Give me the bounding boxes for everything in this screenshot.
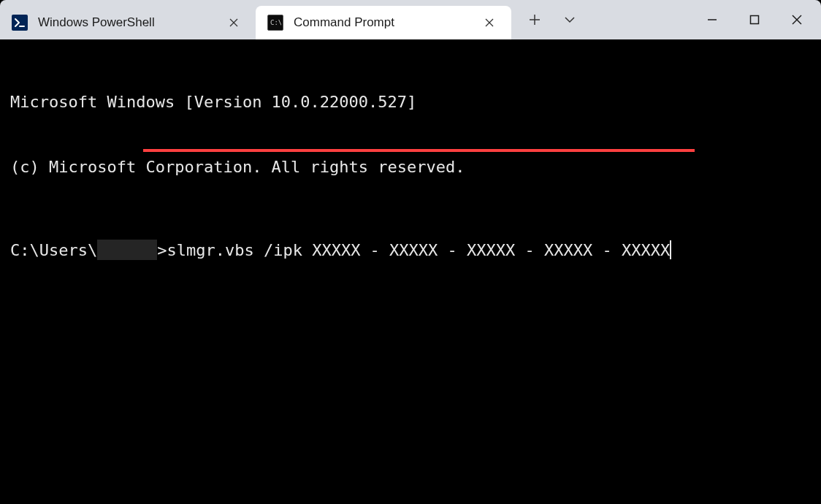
- terminal-line: (c) Microsoft Corporation. All rights re…: [10, 156, 811, 178]
- minimize-button[interactable]: [691, 5, 733, 34]
- powershell-icon: [12, 15, 28, 31]
- close-tab-button[interactable]: [224, 12, 244, 33]
- terminal-line: Microsoft Windows [Version 10.0.22000.52…: [10, 91, 811, 113]
- tab-actions: [517, 0, 587, 39]
- prompt-suffix: >: [157, 240, 167, 261]
- typed-command: slmgr.vbs /ipk XXXXX - XXXXX - XXXXX - X…: [167, 240, 670, 261]
- tab-powershell[interactable]: Windows PowerShell: [0, 6, 256, 39]
- terminal-output[interactable]: Microsoft Windows [Version 10.0.22000.52…: [0, 39, 821, 504]
- tab-label: Windows PowerShell: [38, 15, 224, 30]
- window-controls: [691, 0, 821, 39]
- close-window-button[interactable]: [776, 5, 818, 34]
- maximize-button[interactable]: [733, 5, 776, 34]
- svg-rect-9: [751, 16, 759, 24]
- tab-dropdown-button[interactable]: [552, 5, 587, 34]
- tab-label: Command Prompt: [294, 15, 479, 30]
- new-tab-button[interactable]: [517, 5, 552, 34]
- cmd-icon: C:\: [267, 15, 283, 31]
- title-bar: Windows PowerShell C:\ Command Prompt: [0, 0, 821, 39]
- svg-text:C:\: C:\: [270, 19, 281, 26]
- close-tab-button[interactable]: [479, 12, 500, 33]
- text-caret: [670, 240, 671, 259]
- redacted-username: [97, 240, 157, 260]
- prompt-prefix: C:\Users\: [10, 240, 97, 261]
- highlight-underline: [143, 149, 695, 152]
- prompt-line: C:\Users\>slmgr.vbs /ipk XXXXX - XXXXX -…: [10, 240, 811, 261]
- tab-command-prompt[interactable]: C:\ Command Prompt: [256, 6, 511, 39]
